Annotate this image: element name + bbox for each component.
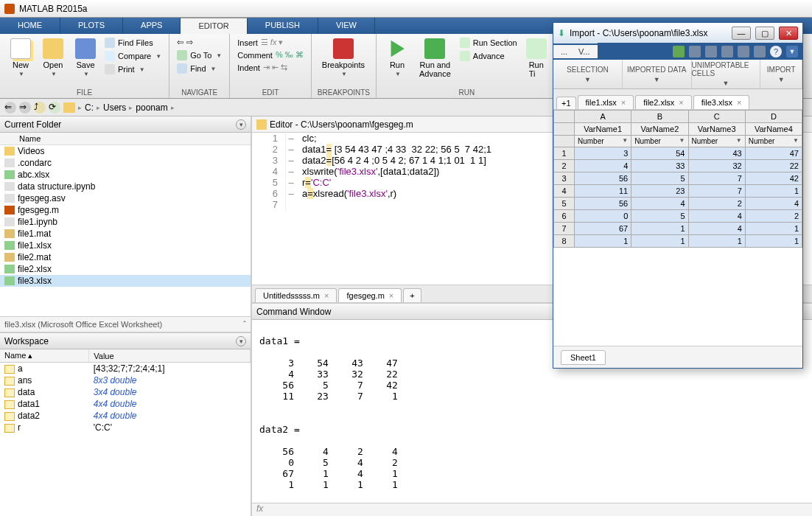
run-advance-button[interactable]: Run and Advance [415,37,455,80]
data-row[interactable]: 556424 [554,198,802,210]
minimize-button[interactable]: — [732,27,751,40]
open-button[interactable]: Open▼ [38,37,68,79]
insert-button[interactable]: Insert ☰ fx ▾ [236,37,284,48]
panel-dropdown-icon[interactable]: ▾ [236,119,246,130]
folder-item[interactable]: fgesgeg.m [0,204,251,216]
data-row[interactable]: 13544347 [554,147,802,160]
section-import[interactable]: IMPORT▼ [760,60,802,88]
type-dropdown[interactable]: Number▼ [688,136,745,147]
folder-item[interactable]: file2.xlsx [0,263,251,275]
data-row[interactable]: 767141 [554,223,802,235]
import-cut-icon[interactable] [689,46,701,57]
close-icon[interactable]: × [679,98,683,107]
column-name[interactable]: Name ▴ [0,349,89,363]
find-files-button[interactable]: Find Files [103,37,163,49]
workspace-row[interactable]: r'C:C' [0,422,251,433]
import-filetab-1[interactable]: file1.xlsx× [578,95,634,109]
section-selection[interactable]: SELECTION▼ [553,60,623,88]
col-header[interactable]: D [745,111,802,123]
folder-item[interactable]: .condarc [0,157,251,169]
tab-view[interactable]: VIEW [318,18,375,34]
nav-refresh-icon[interactable]: ⟳ [49,102,60,114]
col-header[interactable]: C [688,111,745,123]
varname-header[interactable]: VarName1 [575,123,631,136]
editor-tab-untitled[interactable]: Untitledsssss.m× [255,288,337,302]
breadcrumb-poonam[interactable]: poonam [136,102,167,113]
import-data-grid[interactable]: ABCDVarName1VarName2VarName3VarName4Numb… [553,110,802,346]
tab-home[interactable]: HOME [0,18,60,34]
data-row[interactable]: 24333222 [554,160,802,172]
indent-button[interactable]: Indent ⇥ ⇤ ⇆ [236,62,289,73]
find-button[interactable]: Find▼ [175,63,217,74]
run-button[interactable]: Run▼ [382,37,412,79]
close-icon[interactable]: × [389,291,393,300]
workspace-row[interactable]: data24x4 double [0,410,251,422]
close-icon[interactable]: × [737,98,741,107]
workspace-row[interactable]: data3x4 double [0,386,251,398]
col-header[interactable]: B [631,111,688,123]
data-row[interactable]: 81111 [554,235,802,248]
nav-forward-icon[interactable]: ⇒ [19,102,31,114]
import-title-bar[interactable]: ⬇ Import - C:\Users\poonam\file3.xlsx — … [553,23,802,43]
data-row[interactable]: 4112371 [554,185,802,198]
nav-back-icon[interactable]: ⇐ [4,102,16,114]
varname-header[interactable]: VarName3 [688,123,745,136]
folder-item[interactable]: file1.xlsx [0,240,251,251]
tab-editor[interactable]: EDITOR [181,18,247,34]
print-button[interactable]: Print▼ [103,63,163,75]
nav-back-button[interactable]: ⇦⇨ [175,37,195,48]
maximize-button[interactable]: ▢ [755,27,774,40]
folder-item[interactable]: abc.xlsx [0,169,251,181]
panel-dropdown-icon[interactable]: ▾ [236,336,246,346]
tab-plots[interactable]: PLOTS [60,18,123,34]
folder-item[interactable]: file1.mat [0,228,251,240]
workspace-row[interactable]: ans8x3 double [0,374,251,386]
import-save-icon[interactable] [673,46,685,57]
data-row[interactable]: 3565742 [554,172,802,185]
folder-item[interactable]: file1.ipynb [0,216,251,228]
workspace-row[interactable]: a[43;32;7;7;2;4;4;1] [0,363,251,375]
import-undo-icon[interactable] [738,46,749,57]
breadcrumb-users[interactable]: Users [103,102,126,113]
type-dropdown[interactable]: Number▼ [575,136,631,147]
expand-icon[interactable]: ˆ [243,320,246,329]
editor-tab-fgesgeg[interactable]: fgesgeg.m× [338,288,402,302]
workspace-row[interactable]: data14x4 double [0,398,251,410]
add-tab-button[interactable]: + [403,288,421,302]
column-name[interactable]: Name [15,133,45,144]
help-icon[interactable]: ? [770,46,782,57]
type-dropdown[interactable]: Number▼ [631,136,688,147]
run-section-button[interactable]: Run Section [458,37,519,49]
close-icon[interactable]: × [324,291,329,300]
nav-up-icon[interactable]: ⤴ [34,102,46,114]
import-menu-dropdown[interactable]: ▼ [786,46,798,57]
compare-button[interactable]: Compare▼ [103,50,163,62]
run-time-button[interactable]: Run Ti [522,37,551,80]
folder-item[interactable]: file3.xlsx [0,275,251,287]
new-button[interactable]: New▼ [6,37,35,79]
section-imported-data[interactable]: IMPORTED DATA▼ [623,60,692,88]
folder-item[interactable]: file2.mat [0,251,251,263]
import-tab-truncated[interactable]: ... [553,45,571,58]
folder-item[interactable]: data structure.ipynb [0,181,251,192]
data-row[interactable]: 60542 [554,210,802,223]
import-paste-icon[interactable] [721,46,733,57]
advance-button[interactable]: Advance [458,50,519,62]
sheet-tab[interactable]: Sheet1 [561,350,606,365]
comment-button[interactable]: Comment % ‰ ⌘ [236,49,305,60]
fx-prompt[interactable]: fx [252,503,812,516]
import-redo-icon[interactable] [754,46,766,57]
import-plusone[interactable]: +1 [556,97,576,109]
col-header[interactable]: A [575,111,631,123]
import-filetab-3[interactable]: file3.xlsx× [693,95,750,109]
import-filetab-2[interactable]: file2.xlsx× [635,95,692,109]
varname-header[interactable]: VarName2 [631,123,688,136]
folder-item[interactable]: fgesgeg.asv [0,192,251,204]
tab-publish[interactable]: PUBLISH [248,18,318,34]
type-dropdown[interactable]: Number▼ [745,136,802,147]
import-tab-view[interactable]: V... [571,45,598,58]
import-copy-icon[interactable] [705,46,717,57]
breakpoints-button[interactable]: Breakpoints▼ [318,37,369,79]
section-unimportable[interactable]: UNIMPORTABLE CELLS▼ [692,60,761,88]
tab-apps[interactable]: APPS [123,18,181,34]
